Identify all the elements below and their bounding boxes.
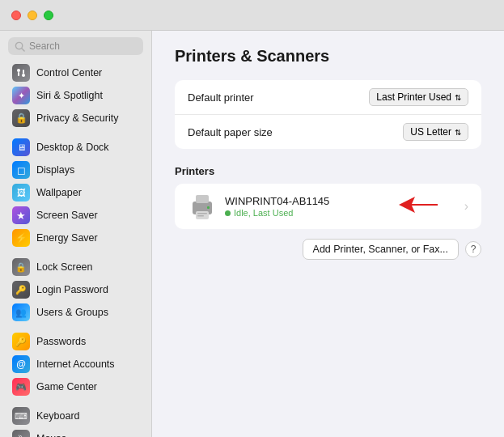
sidebar-item-passwords[interactable]: 🔑 Passwords	[4, 330, 147, 353]
displays-icon: ◻	[12, 161, 30, 179]
keyboard-icon: ⌨	[12, 407, 30, 425]
svg-marker-12	[399, 197, 438, 213]
sidebar-label-users: Users & Groups	[36, 307, 108, 318]
svg-rect-11	[197, 215, 204, 217]
default-printer-select[interactable]: Last Printer Used ⇅	[369, 88, 468, 106]
sidebar-label-siri: Siri & Spotlight	[36, 90, 103, 101]
app-body: Control Center ✦ Siri & Spotlight 🔒 Priv…	[0, 31, 504, 437]
internet-icon: @	[12, 355, 30, 373]
sidebar-item-game-center[interactable]: 🎮 Game Center	[4, 375, 147, 398]
sidebar-label-lockscreen: Lock Screen	[36, 261, 92, 273]
sidebar-label-wallpaper: Wallpaper	[36, 187, 82, 198]
control-center-icon	[12, 64, 30, 82]
energy-icon: ⚡	[12, 229, 30, 247]
gamecenter-icon: 🎮	[12, 378, 30, 396]
svg-line-1	[22, 48, 24, 50]
sidebar-label-displays: Displays	[36, 164, 74, 176]
sidebar-label-desktop: Desktop & Dock	[36, 142, 109, 153]
sidebar-label-loginpw: Login Password	[36, 284, 108, 295]
default-paper-value-container[interactable]: US Letter ⇅	[403, 123, 468, 141]
sidebar-item-screensaver[interactable]: ★ Screen Saver	[4, 204, 147, 227]
loginpw-icon: 🔑	[12, 281, 30, 299]
default-paper-row: Default paper size US Letter ⇅	[175, 115, 481, 149]
sidebar: Control Center ✦ Siri & Spotlight 🔒 Priv…	[0, 31, 152, 437]
default-printer-row: Default printer Last Printer Used ⇅	[175, 80, 481, 115]
printer-icon	[188, 192, 217, 221]
printer-status-text: Idle, Last Used	[234, 208, 293, 218]
svg-rect-7	[196, 195, 209, 203]
default-paper-label: Default paper size	[188, 126, 273, 138]
help-button[interactable]: ?	[465, 241, 481, 257]
minimize-button[interactable]	[28, 11, 37, 20]
page-title: Printers & Scanners	[175, 47, 481, 66]
siri-icon: ✦	[12, 87, 30, 104]
printer-row[interactable]: WINPRINT04-AB1145 Idle, Last Used ›	[175, 184, 481, 229]
lockscreen-icon: 🔒	[12, 258, 30, 276]
default-paper-value: US Letter	[410, 126, 451, 138]
default-settings-section: Default printer Last Printer Used ⇅ Defa…	[175, 80, 481, 149]
status-dot	[225, 210, 231, 216]
mouse-icon: 🖱	[12, 430, 30, 437]
titlebar	[0, 0, 504, 31]
chevron-updown-icon: ⇅	[455, 93, 461, 102]
default-printer-value-container[interactable]: Last Printer Used ⇅	[369, 88, 468, 106]
sidebar-item-energy-saver[interactable]: ⚡ Energy Saver	[4, 227, 147, 249]
sidebar-item-control-center[interactable]: Control Center	[4, 62, 147, 84]
sidebar-item-login-password[interactable]: 🔑 Login Password	[4, 278, 147, 301]
sidebar-item-mouse[interactable]: 🖱 Mouse	[4, 427, 147, 437]
sidebar-item-wallpaper[interactable]: 🖼 Wallpaper	[4, 181, 147, 204]
sidebar-item-keyboard[interactable]: ⌨ Keyboard	[4, 405, 147, 427]
chevron-right-icon: ›	[464, 199, 468, 214]
red-arrow-annotation	[376, 190, 441, 223]
sidebar-label-screensaver: Screen Saver	[36, 210, 98, 221]
sidebar-label-keyboard: Keyboard	[36, 410, 80, 422]
sidebar-label-control-center: Control Center	[36, 67, 102, 78]
users-icon: 👥	[12, 303, 30, 321]
sidebar-label-privacy: Privacy & Security	[36, 112, 118, 124]
privacy-icon: 🔒	[12, 109, 30, 127]
svg-rect-5	[23, 70, 24, 74]
sidebar-item-internet-accounts[interactable]: @ Internet Accounts	[4, 353, 147, 375]
svg-rect-4	[18, 72, 19, 76]
content-area: Printers & Scanners Default printer Last…	[152, 31, 504, 437]
desktop-icon: 🖥	[12, 138, 30, 156]
svg-point-2	[17, 69, 20, 72]
search-input[interactable]	[29, 40, 137, 52]
search-box[interactable]	[8, 37, 143, 55]
sidebar-label-mouse: Mouse	[36, 433, 67, 437]
maximize-button[interactable]	[44, 11, 53, 20]
passwords-icon: 🔑	[12, 333, 30, 350]
search-icon	[15, 41, 25, 52]
sidebar-item-users-groups[interactable]: 👥 Users & Groups	[4, 301, 147, 324]
sidebar-label-passwords: Passwords	[36, 336, 86, 347]
sidebar-item-lock-screen[interactable]: 🔒 Lock Screen	[4, 256, 147, 278]
svg-rect-9	[207, 206, 210, 209]
close-button[interactable]	[11, 11, 21, 20]
add-printer-button[interactable]: Add Printer, Scanner, or Fax...	[303, 239, 459, 260]
default-printer-label: Default printer	[188, 91, 254, 104]
bottom-actions: Add Printer, Scanner, or Fax... ?	[175, 239, 481, 260]
sidebar-item-displays[interactable]: ◻ Displays	[4, 159, 147, 181]
screensaver-icon: ★	[12, 206, 30, 224]
chevron-updown-icon2: ⇅	[455, 128, 461, 137]
svg-point-3	[22, 74, 25, 77]
printers-section-header: Printers	[175, 165, 481, 177]
sidebar-item-siri-spotlight[interactable]: ✦ Siri & Spotlight	[4, 84, 147, 107]
sidebar-label-internet: Internet Accounts	[36, 359, 115, 370]
wallpaper-icon: 🖼	[12, 184, 30, 202]
sidebar-label-gamecenter: Game Center	[36, 381, 97, 392]
default-printer-value: Last Printer Used	[376, 91, 451, 103]
svg-rect-10	[197, 213, 207, 214]
default-paper-select[interactable]: US Letter ⇅	[403, 123, 468, 141]
sidebar-item-desktop-dock[interactable]: 🖥 Desktop & Dock	[4, 136, 147, 159]
sidebar-item-privacy-security[interactable]: 🔒 Privacy & Security	[4, 107, 147, 129]
sidebar-label-energy: Energy Saver	[36, 232, 98, 244]
